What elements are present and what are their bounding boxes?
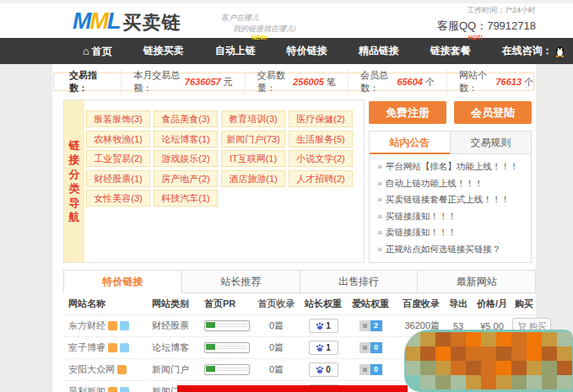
announcement-item[interactable]: »卖链接须知！！！ [377, 224, 524, 241]
mosaic-cell [527, 346, 542, 361]
column-header: 爱站权重 [347, 298, 394, 310]
category-button[interactable]: 医疗保健(2) [289, 110, 353, 127]
announcement-item[interactable]: »买卖链链接套餐正式上线！！！ [377, 191, 524, 208]
contact-info: 工作时间：7*24小时 客服QQ：79912718 [437, 5, 536, 34]
mosaic-cell [542, 346, 557, 361]
censored-region [404, 330, 573, 392]
home-included: 0篇 [253, 320, 300, 332]
category-button[interactable]: 科技汽车(1) [154, 190, 218, 207]
nav-item-label: 精品链接 [359, 45, 399, 56]
announcement-item[interactable]: »自动上链功能上线！！！ [377, 175, 524, 192]
nav-item-3[interactable]: 自动上链NEW! [215, 38, 256, 64]
link-badge-orange-icon [117, 365, 127, 374]
nav-item-label: 链接套餐 [430, 45, 471, 56]
bullet-icon: » [377, 161, 382, 171]
mosaic-cell [466, 361, 481, 375]
site-name-link[interactable]: 东方财经 [68, 320, 105, 332]
mosaic-cell [527, 361, 542, 375]
mosaic-cell [420, 346, 435, 361]
category-button[interactable]: 教育培训(3) [221, 110, 285, 127]
pr-meter [204, 320, 250, 331]
listing-tab-2[interactable]: 站长推荐 [182, 270, 300, 293]
chinaz-weight-badge: 1 [309, 341, 338, 355]
link-badge-orange-icon [108, 387, 117, 392]
nav-item-4[interactable]: 特价链接 [287, 38, 327, 64]
table-header-row: 网站名称网站类别首页PR首页收录站长权重爱站权重百度收录导出价格/月购买 [63, 293, 536, 315]
announcement-text: 卖链接须知！！！ [386, 227, 457, 237]
stat-unit: 元 [224, 76, 233, 89]
nav-item-7[interactable]: 在线咨询： [502, 38, 565, 64]
stat-item: 本月交易总额：7636057元 [121, 69, 232, 94]
nav-item-label: 链接买卖 [143, 45, 184, 56]
mosaic-cell [496, 332, 511, 346]
bullet-icon: » [377, 178, 382, 188]
mosaic-cell [451, 332, 466, 346]
slogan-line2: 我的链接就在哪儿! [233, 24, 296, 35]
site-name-link[interactable]: 室子博睿 [68, 341, 105, 354]
category-button[interactable]: 人才招聘(2) [289, 170, 353, 187]
nav-item-5[interactable]: 精品链接 [359, 38, 399, 64]
header: M M L 买卖链 客户在哪儿 我的链接就在哪儿! 工作时间：7*24小时 客服… [0, 3, 573, 38]
category-button[interactable]: 工业贸易(2) [86, 150, 150, 167]
category-button[interactable]: 论坛博客(1) [154, 131, 218, 148]
nav-item-label: 首页 [92, 46, 112, 57]
login-button[interactable]: 会员登陆 [454, 101, 532, 124]
announcement-tab-1[interactable]: 站内公告 [370, 132, 450, 154]
announcement-text: 自动上链功能上线！！！ [386, 178, 484, 188]
qq-penguin-icon [554, 45, 565, 57]
mosaic-cell [557, 375, 572, 389]
listing-tab-4[interactable]: 最新网站 [418, 270, 536, 293]
category-panel: 链接分类导航 服装服饰(3)食品美食(3)教育培训(3)医疗保健(2)农林牧渔(… [63, 99, 365, 263]
category-button[interactable]: 房产地产(2) [154, 170, 218, 187]
link-badge-blue-icon [120, 387, 129, 392]
nav-item-2[interactable]: 链接买卖 [143, 38, 184, 64]
bullet-icon: » [377, 244, 382, 254]
mosaic-cell [496, 346, 511, 361]
listing-tab-1[interactable]: 特价链接 [63, 270, 182, 293]
site-logo[interactable]: M M L 买卖链 [73, 8, 181, 35]
category-button[interactable]: 财经股票(1) [86, 170, 150, 187]
category-button[interactable]: 酒店旅游(1) [221, 170, 285, 187]
category-side-char: 导 [69, 196, 80, 210]
category-side-char: 链 [69, 138, 80, 153]
link-badge-orange-icon [108, 343, 117, 352]
trade-index-bar: 交易指数： 本月交易总额：7636057元交易数量：256005笔会员总数：65… [53, 72, 534, 91]
announcement-tab-2[interactable]: 交易规则 [450, 132, 531, 154]
mosaic-cell [542, 361, 557, 375]
site-name-link[interactable]: 显利新闻 [68, 385, 105, 392]
paw-icon [316, 344, 324, 352]
category-button[interactable]: 生活服务(5) [289, 131, 353, 148]
nav-item-6[interactable]: 链接套餐HOT! [430, 38, 471, 64]
mosaic-cell [435, 332, 451, 346]
nav-badge: NEW! [251, 35, 268, 41]
announcement-item[interactable]: »平台网站【排名】功能上线！！！ [377, 158, 524, 175]
mosaic-cell [496, 375, 511, 389]
announcement-text: 正规站点如何选链接买链接？ [386, 244, 501, 254]
nav-item-1[interactable]: ⌂首页 [83, 38, 112, 65]
site-category: 财经股票 [152, 320, 204, 332]
category-button[interactable]: 农林牧渔(1) [86, 131, 150, 148]
category-button[interactable]: 新闻门户(73) [221, 131, 285, 148]
category-button[interactable]: IT互联网(1) [221, 150, 285, 167]
announcement-item[interactable]: »买链接须知！！！ [377, 208, 524, 225]
mosaic-cell [405, 346, 420, 361]
listing-tab-3[interactable]: 出售排行 [300, 270, 419, 293]
category-button[interactable]: 服装服饰(3) [86, 110, 150, 127]
category-button[interactable]: 游戏娱乐(2) [154, 150, 218, 167]
mosaic-cell [435, 375, 451, 389]
mosaic-cell [511, 332, 527, 346]
category-side-label: 链接分类导航 [64, 100, 84, 262]
mosaic-cell [466, 332, 481, 346]
register-button[interactable]: 免费注册 [369, 101, 446, 124]
chinaz-weight-badge: 0 [309, 362, 338, 377]
announcement-item[interactable]: »正规站点如何选链接买链接？ [377, 241, 524, 258]
category-button[interactable]: 食品美食(3) [154, 110, 218, 127]
site-category: 新闻门户 [152, 363, 204, 376]
aizhan-weight-badge: 0 [359, 364, 382, 375]
category-button[interactable]: 小说文学(2) [289, 150, 353, 167]
logo-letter: L [107, 8, 120, 35]
red-bar [177, 385, 408, 392]
category-button[interactable]: 女性美容(3) [86, 190, 150, 207]
home-included: 0篇 [253, 363, 300, 376]
site-name-link[interactable]: 安阳大众网 [68, 363, 115, 376]
